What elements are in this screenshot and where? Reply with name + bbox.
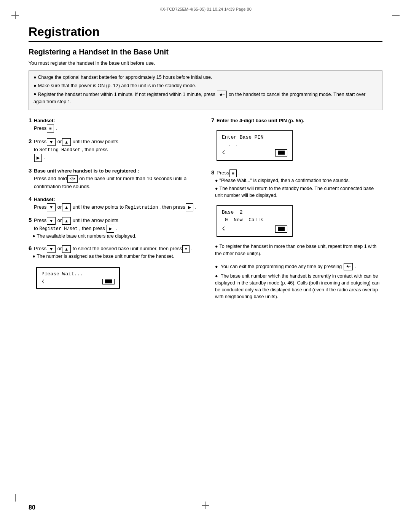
crosshair-center-bottom: [202, 502, 209, 509]
base-new-calls-lcd-container: Base 2 0 New Calls ☇ ███: [217, 202, 382, 240]
step-3-content: Press and hold•⦾• on the base unit for m…: [34, 175, 200, 190]
section-title: Registering a Handset in the Base Unit: [29, 48, 382, 56]
enter-pin-lcd: Enter Base PIN . . ☇ ███: [217, 130, 293, 161]
up-key-2: ▲: [62, 138, 71, 146]
please-wait-lcd: Please Wait... ☇ ███: [36, 267, 120, 289]
notice-1: Charge the optional handset batteries fo…: [33, 74, 378, 81]
intro-text: You must register the handset in the bas…: [29, 60, 382, 66]
step-4-menu: Registration: [125, 205, 158, 210]
bottom-bullet-2: The base unit number which the handset i…: [215, 273, 382, 300]
crosshair-top-left: [11, 11, 19, 19]
step-5-number: 5: [29, 217, 32, 223]
step-2: 2 Press▼ or▲ until the arrow points to S…: [29, 137, 200, 161]
step-5-content: Press▼ or▲ until the arrow points: [34, 217, 118, 223]
notice-box: Charge the optional handset batteries fo…: [29, 70, 382, 110]
up-key-4: ▲: [62, 203, 71, 211]
notice-3: Register the handset number within 1 min…: [33, 91, 378, 105]
enter-pin-lcd-container: Enter Base PIN . . ☇ ███: [217, 127, 382, 164]
battery-icon-pw: ███: [102, 279, 115, 284]
down-key-5: ▼: [47, 217, 56, 225]
enter-pin-icons: ☇ ███: [222, 149, 287, 157]
col-right: 7 Enter the 4-digit base unit PIN (p. 55…: [211, 116, 382, 301]
header-ref: KX-TCD725EM-4(65-85) 01.10.24 14:39 Page…: [159, 7, 252, 11]
step-2-menu: Setting Handset: [39, 147, 80, 153]
battery-icon-bnc: ███: [275, 225, 287, 233]
antenna-icon-bnc: ☇: [222, 225, 225, 233]
step-2-number: 2: [29, 138, 32, 144]
base-new-calls-lcd: Base 2 0 New Calls ☇ ███: [217, 205, 293, 237]
right-key-2: ▶: [34, 154, 42, 162]
step-5-menu: Register H/set: [39, 226, 78, 232]
down-key-6: ▼: [47, 245, 56, 253]
base-new-calls-icons: ☇ ███: [222, 225, 287, 233]
col-left: 1 Handset: Press≡ . 2 Press▼ or▲ until t…: [29, 116, 200, 301]
content-area: Registration Registering a Handset in th…: [29, 25, 382, 494]
base-new-calls-line2: 0 New Calls: [222, 216, 287, 224]
end-key-bottom: ★◦: [344, 263, 353, 270]
page-number: 80: [29, 504, 35, 511]
menu-key-6: ≡: [182, 245, 189, 253]
crosshair-bottom-left: [11, 494, 19, 502]
antenna-icon-pw: ☇: [41, 278, 45, 285]
right-key-5: ▶: [107, 225, 114, 233]
please-wait-line1: Please Wait...: [41, 271, 115, 277]
step-8-bullet-1: "Please Wait..." is displayed, then a co…: [215, 177, 382, 184]
step-6-bullet: The number is assigned as the base unit …: [32, 253, 200, 260]
intercom-key-3: •⦾•: [67, 175, 78, 183]
step-5-detail: to Register H/set , then press ▶ .: [34, 225, 200, 233]
step-8: 8 Press≡ . "Please Wait..." is displayed…: [211, 168, 382, 257]
please-wait-icons: ☇ ███: [41, 278, 115, 285]
up-key-6: ▲: [62, 245, 71, 253]
step-1-number: 1: [29, 117, 32, 123]
down-key-4: ▼: [47, 203, 56, 211]
step-1-content: Press≡ .: [34, 125, 200, 133]
enter-pin-line1: Enter Base PIN: [222, 134, 287, 141]
step-4-content: Press▼ or▲ until the arrow points to Reg…: [34, 203, 200, 211]
down-key-2: ▼: [47, 138, 56, 146]
notice-2: Make sure that the power is ON (p. 12) a…: [33, 82, 378, 89]
crosshair-bottom-right: [392, 494, 400, 502]
base-new-calls-line1: Base 2: [222, 209, 287, 216]
step-2-detail: to Setting Handset , then press ▶ .: [34, 146, 200, 162]
step-1: 1 Handset: Press≡ .: [29, 116, 200, 133]
enter-pin-line2: . .: [222, 141, 287, 148]
step-7-number: 7: [211, 117, 214, 123]
bottom-bullet-1: You can exit the programming mode any ti…: [215, 263, 382, 270]
step-3: 3 Base unit where handset is to be regis…: [29, 166, 200, 190]
please-wait-lcd-container: Please Wait... ☇ ███: [36, 264, 200, 292]
antenna-icon-pin: ☇: [222, 149, 225, 157]
menu-key-1: ≡: [47, 125, 54, 133]
step-4-title: Handset:: [34, 197, 55, 202]
page-header: KX-TCD725EM-4(65-85) 01.10.24 14:39 Page…: [159, 7, 252, 11]
step-3-number: 3: [29, 167, 32, 174]
right-key-4: ▶: [186, 203, 193, 211]
title-underline: [29, 41, 382, 42]
step-8-number: 8: [211, 169, 214, 176]
step-4-number: 4: [29, 196, 32, 202]
step-3-title: Base unit where handset is to be registe…: [34, 168, 139, 174]
step-1-title: Handset:: [34, 118, 55, 123]
step-4: 4 Handset: Press▼ or▲ until the arrow po…: [29, 195, 200, 212]
menu-key-8: ≡: [229, 169, 236, 177]
page-title: Registration: [29, 25, 382, 39]
battery-icon-pin: ███: [275, 149, 287, 157]
step-6-number: 6: [29, 245, 32, 251]
step-7: 7 Enter the 4-digit base unit PIN (p. 55…: [211, 116, 382, 164]
bottom-bullets-container: You can exit the programming mode any ti…: [211, 263, 382, 300]
step-6: 6 Press▼ or▲ to select the desired base …: [29, 244, 200, 260]
end-call-key: ★◦: [217, 91, 227, 99]
page-wrapper: KX-TCD725EM-4(65-85) 01.10.24 14:39 Page…: [0, 0, 411, 532]
two-column-layout: 1 Handset: Press≡ . 2 Press▼ or▲ until t…: [29, 116, 382, 301]
step-6-content: Press▼ or▲ to select the desired base un…: [34, 246, 193, 251]
crosshair-top-right: [392, 11, 400, 19]
step-7-title: Enter the 4-digit base unit PIN (p. 55).: [217, 118, 304, 123]
step-5-bullet: The available base unit numbers are disp…: [32, 233, 200, 240]
step-8-bullet-3: To register the handset in more than one…: [215, 243, 382, 257]
step-2-content: Press▼ or▲ until the arrow points: [34, 139, 118, 144]
step-8-bullet-2: The handset will return to the standby m…: [215, 185, 382, 199]
step-8-content: Press≡ .: [217, 170, 240, 176]
step-5: 5 Press▼ or▲ until the arrow points to R…: [29, 216, 200, 240]
up-key-5: ▲: [62, 217, 71, 225]
